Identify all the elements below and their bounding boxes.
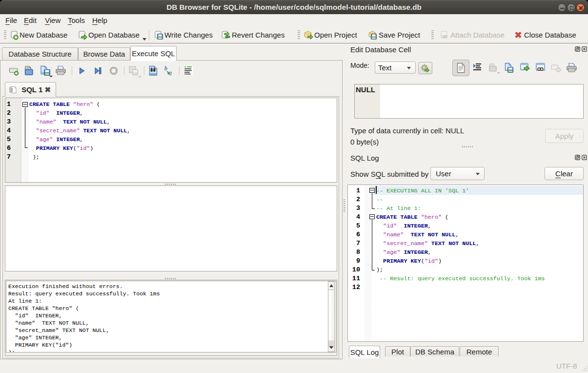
svg-text:b: b (164, 65, 167, 72)
